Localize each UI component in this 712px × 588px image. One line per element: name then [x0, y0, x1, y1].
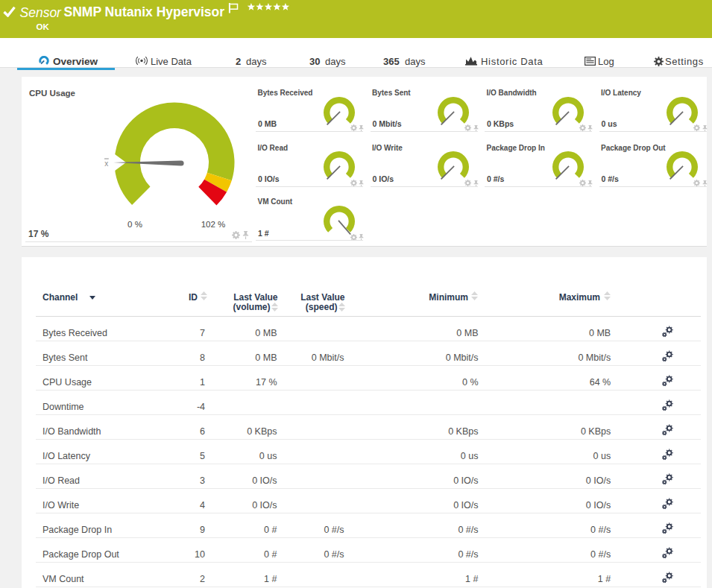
svg-text:x: x [104, 159, 108, 168]
